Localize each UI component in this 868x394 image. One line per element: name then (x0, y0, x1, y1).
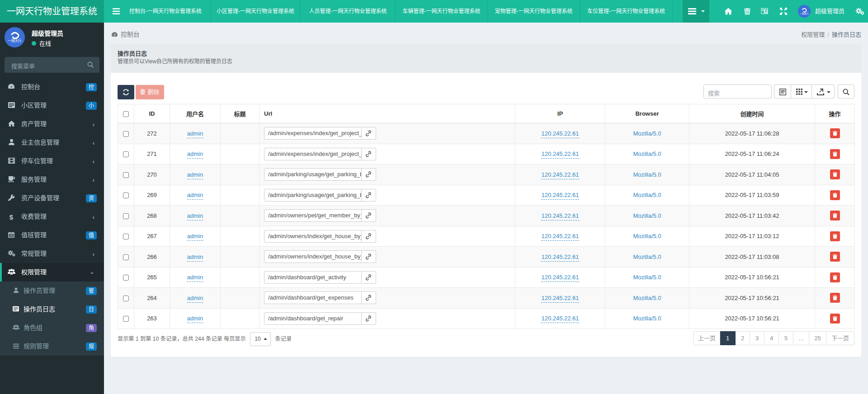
svg-text:一网天行: 一网天行 (800, 12, 809, 15)
svg-text:一网天行: 一网天行 (8, 38, 22, 43)
